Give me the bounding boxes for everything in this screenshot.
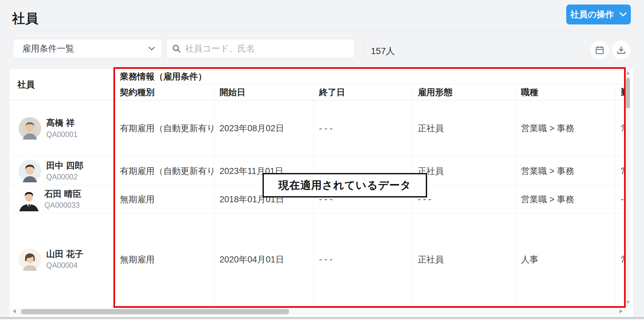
chevron-down-icon (620, 12, 627, 17)
column-header: 雇用形態 (412, 84, 515, 100)
column-header: 勤務形態 (615, 84, 625, 100)
employee-column-header: 社員 (10, 69, 114, 100)
scroll-left-arrow-icon[interactable] (13, 309, 16, 313)
employee-row[interactable]: 山田 花子 QA00004 (10, 213, 114, 306)
avatar (19, 187, 39, 211)
scroll-up-arrow-icon[interactable] (626, 72, 630, 74)
download-button[interactable] (612, 41, 631, 59)
title-divider (10, 30, 633, 31)
page-title: 社員 (12, 10, 39, 27)
toolbar-divider (363, 41, 363, 56)
cell-employment-type: 正社員 (412, 213, 515, 306)
cell-end-date: - - - (314, 213, 412, 306)
search-input[interactable] (185, 44, 349, 54)
chevron-down-icon (148, 47, 155, 51)
cell-start-date: 2020年04月01日 (214, 213, 314, 306)
cell-work-style: 常勤 (615, 100, 625, 156)
window-bottom-edge (0, 317, 644, 319)
column-header: 終了日 (314, 84, 412, 100)
view-select-value: 雇用条件一覧 (22, 43, 148, 54)
employee-name: 田中 四郎 (46, 160, 84, 171)
vertical-scrollbar-thumb[interactable] (626, 78, 630, 108)
cell-work-style: - - - (615, 186, 625, 213)
group-header: 業務情報（雇用条件） (114, 69, 625, 84)
cell-work-style: 常勤 (615, 157, 625, 185)
employee-actions-button[interactable]: 社員の操作 (566, 5, 631, 24)
horizontal-scrollbar-thumb[interactable] (21, 309, 289, 314)
cell-job-category: 営業職 > 事務 (515, 157, 615, 185)
cell-contract-type: 無期雇用 (114, 213, 214, 306)
cell-job-category: 営業職 > 事務 (515, 100, 615, 156)
column-header: 契約種別 (114, 84, 214, 100)
cell-contract-type: 有期雇用（自動更新有り） (114, 157, 214, 185)
avatar (19, 160, 41, 182)
cell-employment-type: 正社員 (412, 100, 515, 156)
vertical-scrollbar[interactable] (625, 69, 631, 306)
cell-end-date: - - - (314, 100, 412, 156)
cell-job-category: 人事 (515, 213, 615, 306)
employee-row[interactable]: 石田 晴臣 QA000033 (10, 186, 114, 213)
employee-code: QA00004 (46, 261, 84, 270)
search-field[interactable] (166, 39, 355, 58)
avatar (19, 117, 41, 140)
calendar-icon (595, 45, 604, 55)
column-header-row: 契約種別 開始日 終了日 雇用形態 職種 勤務形態 (114, 84, 625, 100)
cell-employment-type: 正社員 (412, 157, 515, 185)
employee-count: 157人 (371, 45, 395, 57)
avatar (19, 248, 41, 271)
cell-job-category: 営業職 > 事務 (515, 186, 615, 213)
calendar-button[interactable] (590, 41, 609, 59)
column-header: 開始日 (214, 84, 314, 100)
scroll-right-arrow-icon[interactable] (620, 309, 622, 313)
employee-column: 社員 髙橋 祥 QA00001 田中 四郎 QA00002 (10, 69, 114, 306)
cell-contract-type: 無期雇用 (114, 186, 214, 213)
cell-start-date: 2023年08月02日 (214, 100, 314, 156)
callout-label: 現在適用されているデータ (263, 173, 427, 197)
employee-code: QA00002 (46, 173, 84, 181)
column-header: 職種 (515, 84, 615, 100)
employee-name: 石田 晴臣 (44, 189, 82, 200)
cell-employment-type: - - - (412, 186, 515, 213)
table-row[interactable]: 無期雇用 2020年04月01日 - - - 正社員 人事 常勤 (114, 213, 625, 306)
view-select[interactable]: 雇用条件一覧 (13, 39, 162, 58)
table-row[interactable]: 有期雇用（自動更新有り） 2023年08月02日 - - - 正社員 営業職 >… (114, 100, 625, 157)
scroll-down-arrow-icon[interactable] (626, 301, 630, 304)
employee-name: 山田 花子 (46, 249, 84, 260)
employee-code: QA00001 (46, 130, 77, 139)
employee-actions-label: 社員の操作 (570, 9, 614, 20)
employee-row[interactable]: 田中 四郎 QA00002 (10, 157, 114, 186)
horizontal-scrollbar[interactable] (10, 308, 625, 315)
cell-contract-type: 有期雇用（自動更新有り） (114, 100, 214, 156)
employee-name: 髙橋 祥 (46, 118, 77, 129)
search-icon (172, 44, 181, 53)
employee-code: QA000033 (44, 201, 82, 210)
cell-work-style: 常勤 (615, 213, 625, 306)
employee-row[interactable]: 髙橋 祥 QA00001 (10, 100, 114, 157)
download-icon (616, 45, 626, 55)
